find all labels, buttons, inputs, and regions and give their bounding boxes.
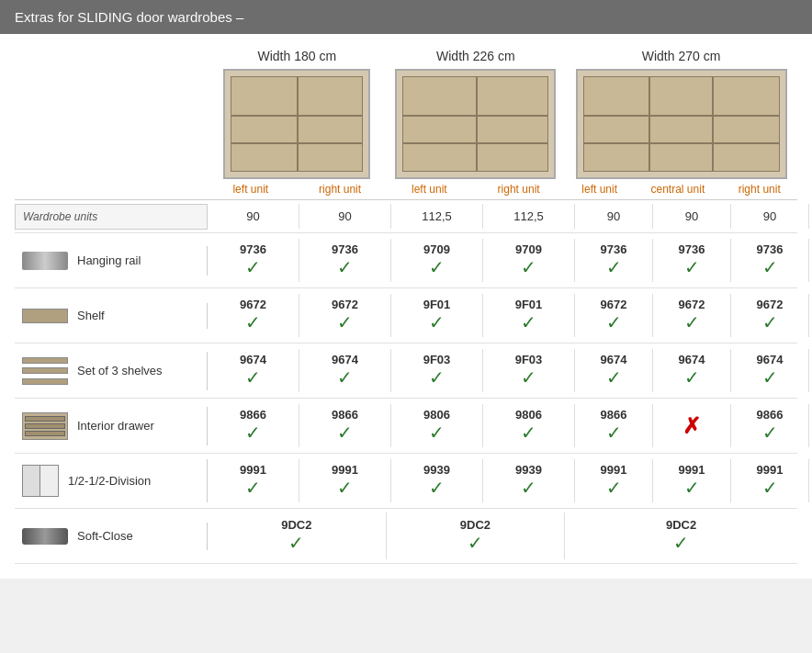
label-shelf: Shelf xyxy=(15,303,208,329)
check-hr-270-central: ✓ xyxy=(684,256,700,278)
cell-dr-180-right: 9866 ✓ xyxy=(299,404,391,447)
cell-dr-180-left: 9866 ✓ xyxy=(208,404,299,447)
cell-hr-270-central: 9736 ✓ xyxy=(653,239,731,282)
code-dr-270-right: 9866 xyxy=(757,408,784,422)
unit-label-226-left: left unit xyxy=(412,183,447,196)
code-dr-180-left: 9866 xyxy=(240,408,266,422)
unit-label-270-left: left unit xyxy=(581,183,617,196)
check-div-270-left: ✓ xyxy=(606,477,622,499)
code-shelf-270-left: 9672 xyxy=(601,298,627,311)
code-shelf-226-right: 9F01 xyxy=(515,298,543,311)
check-hr-226-left: ✓ xyxy=(429,256,445,278)
unit-label-180-right: right unit xyxy=(319,183,361,196)
3shelves-icon xyxy=(22,357,68,385)
cell-hr-180-left: 9736 ✓ xyxy=(208,239,299,282)
hanging-rail-icon xyxy=(22,252,68,270)
cell-shelf-270-left: 9672 ✓ xyxy=(575,294,653,337)
cell-3sh-226-left: 9F03 ✓ xyxy=(391,349,483,392)
row-softclose: Soft-Close 9DC2 ✓ 9DC2 ✓ 9DC2 ✓ xyxy=(15,509,797,564)
cell-shelf-226-right: 9F01 ✓ xyxy=(483,294,575,337)
softclose-label: Soft-Close xyxy=(77,529,133,543)
width-title-270: Width 270 cm xyxy=(642,49,721,63)
shelf-icon xyxy=(22,309,68,323)
size-180-left: 90 xyxy=(208,204,299,229)
code-div-270-central: 9991 xyxy=(679,463,705,477)
check-shelf-270-central: ✓ xyxy=(684,311,700,333)
check-shelf-270-left: ✓ xyxy=(606,311,622,333)
cell-dr-226-left: 9806 ✓ xyxy=(391,404,483,447)
division-icon xyxy=(22,465,59,497)
code-dr-180-right: 9866 xyxy=(332,408,358,422)
cell-shelf-270-right: 9672 ✓ xyxy=(731,294,809,337)
cell-hr-180-right: 9736 ✓ xyxy=(299,239,391,282)
size-270-right: 90 xyxy=(731,204,809,229)
code-shelf-180-right: 9672 xyxy=(332,298,358,311)
cross-dr-270-central: ✗ xyxy=(682,413,701,439)
check-softclose-226: ✓ xyxy=(468,532,483,554)
row-division: 1/2-1/2-Division 9991 ✓ 9991 ✓ 9939 ✓ xyxy=(15,454,797,509)
cell-div-226-left: 9939 ✓ xyxy=(391,459,483,502)
cell-div-270-right: 9991 ✓ xyxy=(731,459,809,502)
check-shelf-270-right: ✓ xyxy=(762,311,778,333)
unit-labels-270: left unit central unit right unit xyxy=(565,183,797,196)
label-division: 1/2-1/2-Division xyxy=(15,459,208,502)
code-3sh-226-right: 9F03 xyxy=(515,353,543,366)
cell-dr-226-right: 9806 ✓ xyxy=(483,404,575,447)
width-title-180: Width 180 cm xyxy=(257,49,336,63)
code-div-270-left: 9991 xyxy=(601,463,627,477)
check-3sh-270-right: ✓ xyxy=(762,366,778,388)
wardrobe-image-270 xyxy=(576,69,787,179)
row-hanging-rail: Hanging rail 9736 ✓ 9736 ✓ 9709 ✓ xyxy=(15,233,797,288)
code-3sh-180-right: 9674 xyxy=(332,353,358,366)
width-title-226: Width 226 cm xyxy=(436,49,515,63)
check-3sh-270-left: ✓ xyxy=(606,366,622,388)
wardrobe-units-label: Wardrobe units xyxy=(23,210,97,223)
sizes-row: Wardrobe units 90 90 112,5 112,5 90 90 9… xyxy=(15,200,797,233)
width-group-270: Width 270 cm xyxy=(565,49,797,183)
cell-div-180-right: 9991 ✓ xyxy=(299,459,391,502)
code-softclose-180: 9DC2 xyxy=(281,518,311,532)
code-3sh-270-left: 9674 xyxy=(601,353,627,366)
cell-div-226-right: 9939 ✓ xyxy=(483,459,575,502)
code-hr-226-left: 9709 xyxy=(423,242,450,256)
check-3sh-270-central: ✓ xyxy=(684,366,700,388)
cell-hr-270-left: 9736 ✓ xyxy=(575,239,653,282)
cells-shelf-180: 9672 ✓ 9672 ✓ xyxy=(208,294,391,337)
cell-dr-270-right: 9866 ✓ xyxy=(731,404,809,447)
size-226-left: 112,5 xyxy=(391,204,483,229)
check-3sh-226-right: ✓ xyxy=(521,366,536,388)
label-3shelves: Set of 3 shelves xyxy=(15,352,208,390)
cells-division-270: 9991 ✓ 9991 ✓ 9991 ✓ xyxy=(575,459,809,502)
width-group-226: Width 226 cm xyxy=(387,49,566,183)
sizes-270: 90 90 90 xyxy=(575,204,809,229)
cells-hanging-rail-180: 9736 ✓ 9736 ✓ xyxy=(208,239,391,282)
cell-shelf-270-central: 9672 ✓ xyxy=(653,294,731,337)
division-label: 1/2-1/2-Division xyxy=(68,474,151,488)
code-3sh-270-right: 9674 xyxy=(757,353,784,366)
row-shelf: Shelf 9672 ✓ 9672 ✓ 9F01 ✓ xyxy=(15,288,797,343)
sizes-226: 112,5 112,5 xyxy=(391,204,575,229)
cell-shelf-226-left: 9F01 ✓ xyxy=(391,294,483,337)
cell-dr-270-left: 9866 ✓ xyxy=(575,404,653,447)
check-hr-226-right: ✓ xyxy=(521,256,536,278)
interior-drawer-label: Interior drawer xyxy=(77,419,154,433)
width-headings: Width 180 cm Width 226 cm xyxy=(208,49,797,183)
check-hr-270-right: ✓ xyxy=(762,256,778,278)
cells-drawer-180: 9866 ✓ 9866 ✓ xyxy=(208,404,391,447)
check-div-226-right: ✓ xyxy=(521,477,536,499)
unit-labels-180: left unit right unit xyxy=(208,183,387,196)
cells-shelf-226: 9F01 ✓ 9F01 ✓ xyxy=(391,294,575,337)
code-dr-226-left: 9806 xyxy=(423,408,450,422)
code-div-180-right: 9991 xyxy=(332,463,358,477)
unit-label-270-central: central unit xyxy=(651,183,705,196)
code-hr-180-left: 9736 xyxy=(240,242,266,256)
code-div-226-right: 9939 xyxy=(515,463,542,477)
code-dr-270-left: 9866 xyxy=(601,408,627,422)
cells-drawer-270: 9866 ✓ ✗ 9866 ✓ xyxy=(575,404,809,447)
hanging-rail-label: Hanging rail xyxy=(77,253,141,267)
row-3shelves: Set of 3 shelves 9674 ✓ 9674 ✓ 9F03 ✓ xyxy=(15,343,797,399)
drawer-icon xyxy=(22,412,68,440)
code-div-180-left: 9991 xyxy=(240,463,266,477)
cells-3shelves-180: 9674 ✓ 9674 ✓ xyxy=(208,349,391,392)
label-interior-drawer: Interior drawer xyxy=(15,407,208,445)
